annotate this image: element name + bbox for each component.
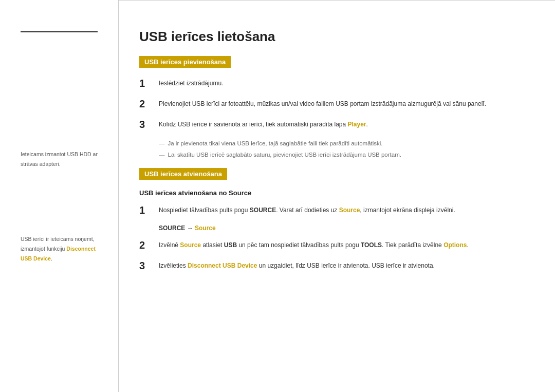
step-text-after: . — [366, 121, 368, 128]
note-text-1: Ja ir pievienota tikai viena USB ierīce,… — [168, 139, 383, 148]
s2-mid3: . Tiek parādīta izvēlne — [382, 241, 443, 249]
section2-steps: 1 Nospiediet tālvadības pults pogu SOURC… — [139, 204, 524, 216]
source-arrow: SOURCE → Source — [159, 225, 524, 232]
step-text-before: Nospiediet tālvadības pults pogu — [159, 207, 250, 214]
step-text: Izvēlnē Source atlasiet USB un pēc tam n… — [159, 239, 469, 250]
step-1-3: 3 Kolīdz USB ierīce ir savienota ar ierī… — [139, 118, 524, 130]
s3-before: Izvēlieties — [159, 262, 188, 269]
source-target: Source — [195, 225, 216, 232]
step-2-3: 3 Izvēlieties Disconnect USB Device un u… — [139, 259, 524, 272]
step-text: Nospiediet tālvadības pults pogu SOURCE.… — [159, 204, 455, 215]
step-text: Kolīdz USB ierīce ir savienota ar ierīci… — [159, 118, 368, 129]
step-text-after: , izmantojot ekrāna displeja izvēlni. — [360, 207, 455, 214]
step-text: Izvēlieties Disconnect USB Device un uzg… — [159, 259, 435, 271]
step-num: 3 — [139, 259, 154, 272]
section2-heading: USB ierīces atvienošana — [139, 168, 227, 180]
page-title: USB ierīces lietošana — [139, 29, 524, 45]
step-text-before: Kolīdz USB ierīce ir savienota ar ierīci… — [159, 121, 348, 128]
step-highlight: Source — [339, 207, 360, 214]
note-dash: — — [159, 150, 165, 159]
step-text-mid: . Varat arī dodieties uz — [276, 207, 339, 214]
note-line-1: — Ja ir pievienota tikai viena USB ierīc… — [159, 139, 524, 148]
step-2-1: 1 Nospiediet tālvadības pults pogu SOURC… — [139, 204, 524, 216]
section1: USB ierīces pievienošana 1 Ieslēdziet iz… — [139, 56, 524, 160]
sidebar-note-2-after: . — [51, 255, 52, 262]
sidebar-note-2-text: USB ierīci ir ieteicams noņemt, izmantoj… — [21, 236, 96, 262]
step-2-2: 2 Izvēlnē Source atlasiet USB un pēc tam… — [139, 239, 524, 251]
step-highlight: Player — [348, 121, 366, 128]
sidebar: Ieteicams izmantot USB HDD ar strāvas ad… — [0, 0, 118, 392]
step-text: Ieslēdziet izstrādājumu. — [159, 77, 223, 88]
source-label: SOURCE — [159, 225, 185, 232]
s2-h1: Source — [180, 241, 201, 249]
note-text-2: Lai skatītu USB ierīcē saglabāto saturu,… — [168, 150, 401, 159]
s2-after: . — [467, 241, 468, 249]
note-dash: — — [159, 139, 165, 148]
step-num: 3 — [139, 118, 154, 130]
section1-steps: 1 Ieslēdziet izstrādājumu. 2 Pievienojie… — [139, 77, 524, 130]
s2-before: Izvēlnē — [159, 241, 180, 249]
s2-mid1: atlasiet — [201, 241, 224, 249]
section2-subtitle: USB ierīces atvienošana no Source — [139, 189, 524, 197]
section2: USB ierīces atvienošana USB ierīces atvi… — [139, 168, 524, 272]
arrow-symbol: → — [187, 225, 195, 232]
section2-steps-2: 2 Izvēlnē Source atlasiet USB un pēc tam… — [139, 239, 524, 272]
step-1-2: 2 Pievienojiet USB ierīci ar fotoattēlu,… — [139, 98, 524, 110]
sidebar-note-1-text: Ieteicams izmantot USB HDD ar strāvas ad… — [21, 151, 98, 167]
sidebar-note-1: Ieteicams izmantot USB HDD ar strāvas ad… — [21, 149, 103, 169]
step-num: 1 — [139, 77, 154, 89]
s3-highlight: Disconnect USB Device — [188, 262, 257, 269]
section1-notes: — Ja ir pievienota tikai viena USB ierīc… — [159, 139, 524, 160]
s2-bold2: TOOLS — [361, 241, 382, 249]
sidebar-note-2: USB ierīci ir ieteicams noņemt, izmantoj… — [21, 234, 105, 263]
sidebar-top-bar — [21, 31, 98, 32]
s3-after: un uzgaidiet, līdz USB ierīce ir atvieno… — [257, 262, 435, 269]
step-num: 2 — [139, 98, 154, 110]
note-line-2: — Lai skatītu USB ierīcē saglabāto satur… — [159, 150, 524, 159]
s2-bold1: USB — [224, 241, 237, 249]
main-content: USB ierīces lietošana USB ierīces pievie… — [118, 0, 555, 392]
step-1-1: 1 Ieslēdziet izstrādājumu. — [139, 77, 524, 89]
step-num: 2 — [139, 239, 154, 251]
step-text: Pievienojiet USB ierīci ar fotoattēlu, m… — [159, 98, 486, 109]
step-num: 1 — [139, 204, 154, 216]
section1-heading: USB ierīces pievienošana — [139, 56, 231, 68]
s2-h2: Options — [443, 241, 467, 249]
step-bold: SOURCE — [250, 207, 276, 214]
s2-mid2: un pēc tam nospiediet tālvadības pults p… — [237, 241, 361, 249]
